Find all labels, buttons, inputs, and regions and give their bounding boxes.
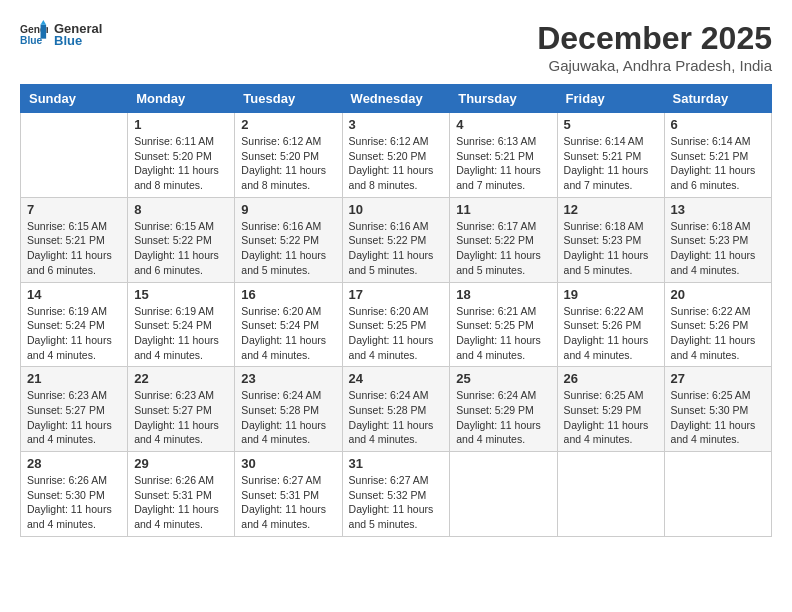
calendar-cell: 16Sunrise: 6:20 AM Sunset: 5:24 PM Dayli… <box>235 282 342 367</box>
calendar-header-monday: Monday <box>128 85 235 113</box>
day-number: 24 <box>349 371 444 386</box>
day-info: Sunrise: 6:12 AM Sunset: 5:20 PM Dayligh… <box>241 134 335 193</box>
day-number: 30 <box>241 456 335 471</box>
calendar-week-3: 14Sunrise: 6:19 AM Sunset: 5:24 PM Dayli… <box>21 282 772 367</box>
day-info: Sunrise: 6:23 AM Sunset: 5:27 PM Dayligh… <box>134 388 228 447</box>
svg-marker-2 <box>41 25 47 39</box>
day-info: Sunrise: 6:22 AM Sunset: 5:26 PM Dayligh… <box>564 304 658 363</box>
page-header: General Blue General Blue December 2025 … <box>20 20 772 74</box>
calendar-cell: 13Sunrise: 6:18 AM Sunset: 5:23 PM Dayli… <box>664 197 771 282</box>
day-number: 15 <box>134 287 228 302</box>
calendar-header-row: SundayMondayTuesdayWednesdayThursdayFrid… <box>21 85 772 113</box>
day-info: Sunrise: 6:26 AM Sunset: 5:31 PM Dayligh… <box>134 473 228 532</box>
day-info: Sunrise: 6:20 AM Sunset: 5:25 PM Dayligh… <box>349 304 444 363</box>
day-number: 14 <box>27 287 121 302</box>
day-info: Sunrise: 6:24 AM Sunset: 5:29 PM Dayligh… <box>456 388 550 447</box>
calendar-cell: 17Sunrise: 6:20 AM Sunset: 5:25 PM Dayli… <box>342 282 450 367</box>
day-info: Sunrise: 6:12 AM Sunset: 5:20 PM Dayligh… <box>349 134 444 193</box>
calendar-cell: 31Sunrise: 6:27 AM Sunset: 5:32 PM Dayli… <box>342 452 450 537</box>
calendar-cell: 25Sunrise: 6:24 AM Sunset: 5:29 PM Dayli… <box>450 367 557 452</box>
day-info: Sunrise: 6:22 AM Sunset: 5:26 PM Dayligh… <box>671 304 765 363</box>
location-label: Gajuwaka, Andhra Pradesh, India <box>537 57 772 74</box>
day-info: Sunrise: 6:26 AM Sunset: 5:30 PM Dayligh… <box>27 473 121 532</box>
day-number: 6 <box>671 117 765 132</box>
day-info: Sunrise: 6:18 AM Sunset: 5:23 PM Dayligh… <box>671 219 765 278</box>
calendar-week-4: 21Sunrise: 6:23 AM Sunset: 5:27 PM Dayli… <box>21 367 772 452</box>
calendar-cell: 14Sunrise: 6:19 AM Sunset: 5:24 PM Dayli… <box>21 282 128 367</box>
title-block: December 2025 Gajuwaka, Andhra Pradesh, … <box>537 20 772 74</box>
day-number: 7 <box>27 202 121 217</box>
day-info: Sunrise: 6:15 AM Sunset: 5:22 PM Dayligh… <box>134 219 228 278</box>
calendar-cell: 12Sunrise: 6:18 AM Sunset: 5:23 PM Dayli… <box>557 197 664 282</box>
day-info: Sunrise: 6:16 AM Sunset: 5:22 PM Dayligh… <box>241 219 335 278</box>
day-number: 29 <box>134 456 228 471</box>
calendar-cell: 27Sunrise: 6:25 AM Sunset: 5:30 PM Dayli… <box>664 367 771 452</box>
calendar-cell: 18Sunrise: 6:21 AM Sunset: 5:25 PM Dayli… <box>450 282 557 367</box>
calendar-week-2: 7Sunrise: 6:15 AM Sunset: 5:21 PM Daylig… <box>21 197 772 282</box>
calendar-header-thursday: Thursday <box>450 85 557 113</box>
day-number: 27 <box>671 371 765 386</box>
day-info: Sunrise: 6:25 AM Sunset: 5:29 PM Dayligh… <box>564 388 658 447</box>
day-number: 11 <box>456 202 550 217</box>
calendar-cell: 26Sunrise: 6:25 AM Sunset: 5:29 PM Dayli… <box>557 367 664 452</box>
day-info: Sunrise: 6:21 AM Sunset: 5:25 PM Dayligh… <box>456 304 550 363</box>
day-number: 12 <box>564 202 658 217</box>
calendar-cell: 3Sunrise: 6:12 AM Sunset: 5:20 PM Daylig… <box>342 113 450 198</box>
calendar-header-wednesday: Wednesday <box>342 85 450 113</box>
day-number: 8 <box>134 202 228 217</box>
calendar-week-1: 1Sunrise: 6:11 AM Sunset: 5:20 PM Daylig… <box>21 113 772 198</box>
calendar-cell: 8Sunrise: 6:15 AM Sunset: 5:22 PM Daylig… <box>128 197 235 282</box>
day-number: 10 <box>349 202 444 217</box>
calendar-header-friday: Friday <box>557 85 664 113</box>
calendar-cell: 28Sunrise: 6:26 AM Sunset: 5:30 PM Dayli… <box>21 452 128 537</box>
day-info: Sunrise: 6:25 AM Sunset: 5:30 PM Dayligh… <box>671 388 765 447</box>
month-title: December 2025 <box>537 20 772 57</box>
day-number: 4 <box>456 117 550 132</box>
calendar-cell: 2Sunrise: 6:12 AM Sunset: 5:20 PM Daylig… <box>235 113 342 198</box>
day-info: Sunrise: 6:15 AM Sunset: 5:21 PM Dayligh… <box>27 219 121 278</box>
calendar-cell: 6Sunrise: 6:14 AM Sunset: 5:21 PM Daylig… <box>664 113 771 198</box>
day-info: Sunrise: 6:24 AM Sunset: 5:28 PM Dayligh… <box>349 388 444 447</box>
day-number: 31 <box>349 456 444 471</box>
day-info: Sunrise: 6:19 AM Sunset: 5:24 PM Dayligh… <box>134 304 228 363</box>
day-number: 16 <box>241 287 335 302</box>
calendar-cell: 19Sunrise: 6:22 AM Sunset: 5:26 PM Dayli… <box>557 282 664 367</box>
day-info: Sunrise: 6:14 AM Sunset: 5:21 PM Dayligh… <box>671 134 765 193</box>
day-info: Sunrise: 6:23 AM Sunset: 5:27 PM Dayligh… <box>27 388 121 447</box>
calendar-cell: 5Sunrise: 6:14 AM Sunset: 5:21 PM Daylig… <box>557 113 664 198</box>
day-number: 19 <box>564 287 658 302</box>
day-number: 21 <box>27 371 121 386</box>
day-number: 2 <box>241 117 335 132</box>
day-info: Sunrise: 6:19 AM Sunset: 5:24 PM Dayligh… <box>27 304 121 363</box>
calendar-header-saturday: Saturday <box>664 85 771 113</box>
logo: General Blue General Blue <box>20 20 102 48</box>
calendar-week-5: 28Sunrise: 6:26 AM Sunset: 5:30 PM Dayli… <box>21 452 772 537</box>
calendar-cell: 20Sunrise: 6:22 AM Sunset: 5:26 PM Dayli… <box>664 282 771 367</box>
day-info: Sunrise: 6:20 AM Sunset: 5:24 PM Dayligh… <box>241 304 335 363</box>
calendar-header-sunday: Sunday <box>21 85 128 113</box>
calendar-cell: 21Sunrise: 6:23 AM Sunset: 5:27 PM Dayli… <box>21 367 128 452</box>
calendar-cell: 15Sunrise: 6:19 AM Sunset: 5:24 PM Dayli… <box>128 282 235 367</box>
svg-marker-3 <box>41 20 47 25</box>
day-info: Sunrise: 6:18 AM Sunset: 5:23 PM Dayligh… <box>564 219 658 278</box>
calendar-cell: 7Sunrise: 6:15 AM Sunset: 5:21 PM Daylig… <box>21 197 128 282</box>
day-number: 22 <box>134 371 228 386</box>
day-number: 25 <box>456 371 550 386</box>
calendar-cell: 10Sunrise: 6:16 AM Sunset: 5:22 PM Dayli… <box>342 197 450 282</box>
calendar-cell <box>450 452 557 537</box>
calendar-cell: 4Sunrise: 6:13 AM Sunset: 5:21 PM Daylig… <box>450 113 557 198</box>
logo-icon: General Blue <box>20 20 48 48</box>
calendar-cell: 9Sunrise: 6:16 AM Sunset: 5:22 PM Daylig… <box>235 197 342 282</box>
calendar-cell: 24Sunrise: 6:24 AM Sunset: 5:28 PM Dayli… <box>342 367 450 452</box>
calendar-cell: 1Sunrise: 6:11 AM Sunset: 5:20 PM Daylig… <box>128 113 235 198</box>
calendar-cell: 30Sunrise: 6:27 AM Sunset: 5:31 PM Dayli… <box>235 452 342 537</box>
day-number: 13 <box>671 202 765 217</box>
day-number: 17 <box>349 287 444 302</box>
day-number: 23 <box>241 371 335 386</box>
day-info: Sunrise: 6:17 AM Sunset: 5:22 PM Dayligh… <box>456 219 550 278</box>
calendar-table: SundayMondayTuesdayWednesdayThursdayFrid… <box>20 84 772 537</box>
calendar-cell: 29Sunrise: 6:26 AM Sunset: 5:31 PM Dayli… <box>128 452 235 537</box>
day-number: 1 <box>134 117 228 132</box>
svg-text:Blue: Blue <box>20 35 43 46</box>
day-number: 26 <box>564 371 658 386</box>
